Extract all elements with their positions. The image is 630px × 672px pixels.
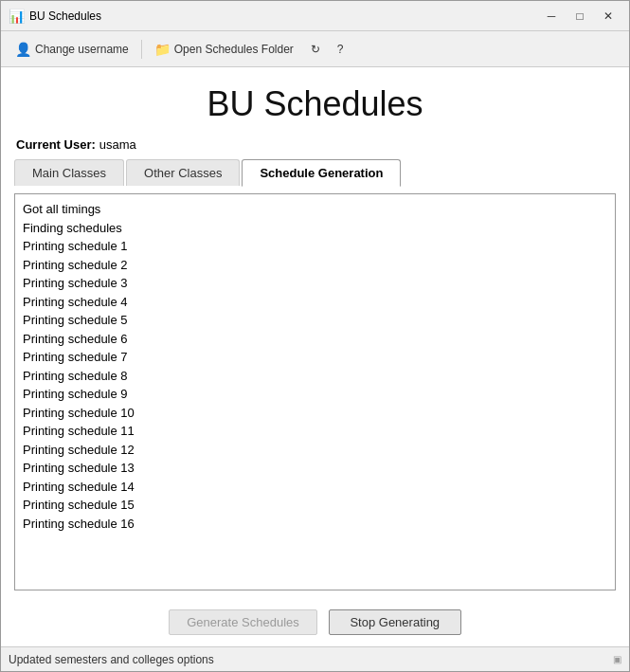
- tab-content: Got all timingsFinding schedulesPrinting…: [1, 186, 629, 598]
- minimize-button[interactable]: ─: [538, 6, 565, 27]
- log-line: Printing schedule 11: [23, 422, 607, 441]
- close-button[interactable]: ✕: [595, 6, 621, 27]
- app-icon: 📊: [9, 9, 24, 24]
- tab-schedule-generation[interactable]: Schedule Generation: [242, 159, 401, 187]
- log-line: Printing schedule 9: [23, 385, 607, 404]
- log-line: Printing schedule 4: [23, 293, 607, 312]
- generate-schedules-button[interactable]: Generate Schedules: [169, 609, 317, 635]
- content-area: BU Schedules Current User: usama Main Cl…: [1, 67, 629, 646]
- tabs-container: Main Classes Other Classes Schedule Gene…: [1, 159, 629, 186]
- log-line: Got all timings: [23, 200, 607, 219]
- log-line: Printing schedule 7: [23, 348, 607, 367]
- help-button[interactable]: ?: [331, 39, 351, 60]
- log-area[interactable]: Got all timingsFinding schedulesPrinting…: [14, 193, 616, 590]
- title-bar: 📊 BU Schedules ─ □ ✕: [1, 1, 629, 31]
- open-folder-label: Open Schedules Folder: [174, 43, 294, 56]
- log-line: Printing schedule 15: [23, 496, 607, 515]
- main-window: 📊 BU Schedules ─ □ ✕ 👤 Change username 📁…: [0, 0, 630, 672]
- folder-icon: 📁: [154, 42, 171, 57]
- log-line: Finding schedules: [23, 219, 607, 238]
- current-user-label: Current User:: [16, 137, 96, 152]
- log-line: Printing schedule 14: [23, 478, 607, 497]
- log-line: Printing schedule 12: [23, 441, 607, 460]
- toolbar-separator-1: [141, 40, 142, 59]
- tab-main-classes[interactable]: Main Classes: [14, 159, 124, 186]
- maximize-button[interactable]: □: [567, 6, 593, 27]
- refresh-icon: ↻: [311, 43, 320, 56]
- open-folder-button[interactable]: 📁 Open Schedules Folder: [148, 38, 300, 61]
- log-line: Printing schedule 10: [23, 404, 607, 423]
- stop-generating-button[interactable]: Stop Generating: [329, 609, 461, 635]
- log-line: Printing schedule 13: [23, 459, 607, 478]
- status-corner-icon: ▣: [613, 654, 621, 664]
- log-line: Printing schedule 1: [23, 237, 607, 256]
- current-user-value: usama: [99, 137, 136, 152]
- action-bar: Generate Schedules Stop Generating: [1, 598, 629, 646]
- change-username-label: Change username: [35, 43, 129, 56]
- generate-label: Generate Schedules: [187, 615, 299, 629]
- app-title: BU Schedules: [1, 67, 629, 134]
- status-bar: Updated semesters and colleges options ▣: [1, 646, 629, 671]
- log-line: Printing schedule 16: [23, 515, 607, 534]
- log-line: Printing schedule 8: [23, 367, 607, 386]
- help-icon: ?: [337, 43, 344, 56]
- tab-other-classes[interactable]: Other Classes: [126, 159, 240, 186]
- log-line: Printing schedule 5: [23, 311, 607, 330]
- change-username-button[interactable]: 👤 Change username: [9, 38, 135, 61]
- current-user-bar: Current User: usama: [1, 134, 629, 159]
- status-text: Updated semesters and colleges options: [9, 653, 613, 666]
- user-icon: 👤: [15, 42, 31, 57]
- toolbar: 👤 Change username 📁 Open Schedules Folde…: [1, 31, 629, 67]
- log-line: Printing schedule 2: [23, 256, 607, 275]
- log-line: Printing schedule 3: [23, 274, 607, 293]
- refresh-button[interactable]: ↻: [304, 39, 327, 60]
- log-line: Printing schedule 6: [23, 330, 607, 349]
- stop-label: Stop Generating: [350, 615, 440, 629]
- window-controls: ─ □ ✕: [538, 6, 621, 27]
- window-title: BU Schedules: [29, 9, 538, 23]
